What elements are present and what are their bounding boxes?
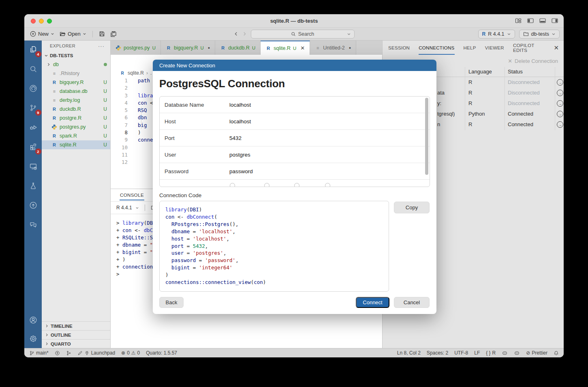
file-tree-item[interactable]: Rspark.RU — [42, 131, 110, 140]
sync-status[interactable] — [55, 350, 60, 356]
open-button[interactable]: Open — [58, 30, 88, 38]
cancel-button[interactable]: Cancel — [394, 297, 430, 308]
dialog-titlebar[interactable]: Create New Connection — [153, 60, 436, 71]
radio-option-icon[interactable] — [230, 183, 235, 187]
close-panel-icon[interactable]: ✕ — [554, 44, 559, 52]
tab-help[interactable]: HELP — [464, 41, 476, 55]
toggle-left-panel-icon[interactable] — [527, 17, 534, 24]
new-button[interactable]: New — [28, 30, 56, 38]
section-outline[interactable]: OUTLINE — [42, 330, 110, 339]
interpreter-selector[interactable]: R R 4.4.1 — [478, 30, 515, 39]
run-debug-icon[interactable] — [27, 121, 39, 133]
minimize-window-button[interactable] — [39, 19, 44, 24]
zoom-window-button[interactable] — [47, 19, 52, 24]
open-connection-icon[interactable]: → — [557, 111, 563, 117]
remote-explorer-icon[interactable] — [27, 160, 39, 172]
git-graph-button[interactable] — [66, 350, 71, 356]
file-tree-item[interactable]: ≡database.dbU — [42, 87, 110, 96]
search-input[interactable]: Search — [251, 30, 355, 39]
radio-option-icon[interactable] — [264, 183, 269, 187]
file-tree-item[interactable]: Rbigquery.RU — [42, 78, 110, 87]
file-tree-item[interactable]: Rduckdb.RU — [42, 105, 110, 114]
back-button[interactable]: Back — [159, 297, 184, 308]
nav-back-icon[interactable] — [234, 31, 238, 37]
open-connection-icon[interactable]: → — [557, 121, 563, 128]
nav-forward-icon[interactable] — [242, 31, 247, 37]
file-tree-item[interactable]: Rpostgre.RU — [42, 114, 110, 123]
field-value[interactable]: password — [229, 168, 253, 174]
settings-gear-icon[interactable] — [27, 333, 39, 345]
source-control-icon[interactable]: 9 — [27, 102, 39, 114]
open-connection-icon[interactable]: → — [557, 79, 563, 86]
console-runtime-label[interactable]: R 4.4.1 — [116, 205, 132, 211]
search-sidebar-icon[interactable] — [27, 63, 39, 75]
language-mode[interactable]: { } R — [486, 350, 496, 356]
app-window: sqlite.R — db-tests New Open — [24, 14, 564, 357]
field-value[interactable]: postgres — [229, 152, 250, 158]
file-tree-item[interactable]: postgres.pyU — [42, 123, 110, 131]
editor-tab-Untitled-2[interactable]: ≡Untitled-2● — [310, 41, 356, 55]
fields-scrollbar[interactable] — [425, 98, 428, 175]
file-tree-item[interactable]: Rsqlite.RU — [42, 140, 110, 149]
radio-option-icon[interactable] — [325, 183, 330, 187]
radio-option-icon[interactable] — [294, 183, 299, 187]
code-line: library(DBI) — [165, 206, 383, 213]
testing-icon[interactable] — [27, 180, 39, 192]
launchpad-button[interactable]: Launchpad — [77, 350, 115, 356]
indentation-setting[interactable]: Spaces: 2 — [427, 350, 448, 356]
cursor-position[interactable]: Ln 8, Col 2 — [397, 350, 421, 356]
notifications-bell[interactable] — [554, 350, 559, 356]
section-quarto[interactable]: QUARTO — [42, 339, 110, 348]
copilot-edits-status[interactable] — [514, 350, 520, 356]
close-tab-icon[interactable]: ✕ — [300, 45, 305, 51]
explorer-icon[interactable]: 4 — [27, 43, 39, 56]
account-icon[interactable] — [27, 314, 39, 326]
workspace-root-folder[interactable]: DB-TESTS — [42, 51, 110, 60]
tab-connections[interactable]: CONNECTIONS — [419, 41, 454, 55]
code-token: ) — [199, 206, 202, 213]
github-icon[interactable] — [27, 82, 39, 95]
encoding-setting[interactable]: UTF-8 — [454, 350, 468, 356]
field-value[interactable]: 5432 — [229, 135, 242, 141]
connection-code-box[interactable]: library(DBI)con <- dbConnect( RPostgres:… — [159, 201, 389, 292]
connect-button[interactable]: Connect — [356, 297, 389, 308]
file-tree-item[interactable]: db — [42, 60, 110, 69]
open-connection-icon[interactable]: → — [557, 100, 563, 107]
file-tree-item[interactable]: ≡.Rhistory — [42, 69, 110, 78]
workspace-selector[interactable]: db-tests — [519, 30, 560, 39]
tab-session[interactable]: SESSION — [388, 41, 410, 55]
field-value[interactable]: localhost — [229, 118, 251, 125]
open-connection-icon[interactable]: → — [557, 90, 563, 96]
git-branch-status[interactable]: main* — [29, 350, 49, 356]
editor-tab-sqlite.R[interactable]: Rsqlite.RU✕ — [261, 41, 310, 55]
copy-button[interactable]: Copy — [394, 202, 430, 213]
tab-viewer[interactable]: VIEWER — [485, 41, 504, 55]
problems-status[interactable]: ⊗ 0 ⚠ 0 — [121, 350, 140, 356]
editor-tab-duckdb.R[interactable]: Rduckdb.RU — [215, 41, 261, 55]
editor-tab-postgres.py[interactable]: postgres.pyU — [111, 41, 161, 55]
breadcrumb[interactable]: R sqlite.R › . — [111, 69, 152, 77]
close-window-button[interactable] — [31, 19, 36, 24]
code-token: , — [223, 250, 227, 256]
save-button[interactable] — [97, 30, 107, 38]
editor-tab-bigquery.R[interactable]: Rbigquery.RU● — [161, 41, 215, 55]
comments-icon[interactable] — [27, 219, 39, 231]
file-tree-item[interactable]: ≡derby.logU — [42, 96, 110, 105]
tab-copilot-edits[interactable]: COPILOT EDITS — [513, 41, 545, 55]
eol-setting[interactable]: LF — [474, 350, 480, 356]
more-actions-icon[interactable]: ··· — [98, 43, 105, 49]
quarto-version[interactable]: Quarto: 1.5.57 — [146, 350, 177, 356]
section-timeline[interactable]: TIMELINE — [42, 321, 110, 330]
publish-icon[interactable] — [27, 199, 39, 211]
toggle-bottom-panel-icon[interactable] — [539, 17, 546, 24]
toggle-right-panel-icon[interactable] — [552, 17, 558, 24]
field-value[interactable]: localhost — [229, 102, 251, 108]
copilot-status[interactable] — [502, 350, 508, 356]
save-all-button[interactable] — [109, 30, 118, 38]
prettier-status[interactable]: ⊘ Prettier — [526, 350, 547, 356]
extensions-icon[interactable]: 2 — [27, 141, 39, 153]
tab-console[interactable]: CONSOLE — [120, 190, 144, 200]
customize-layout-icon[interactable] — [515, 17, 522, 24]
delete-connection-button[interactable]: Delete Connection — [515, 58, 558, 64]
field-label: Database Name — [165, 102, 229, 108]
